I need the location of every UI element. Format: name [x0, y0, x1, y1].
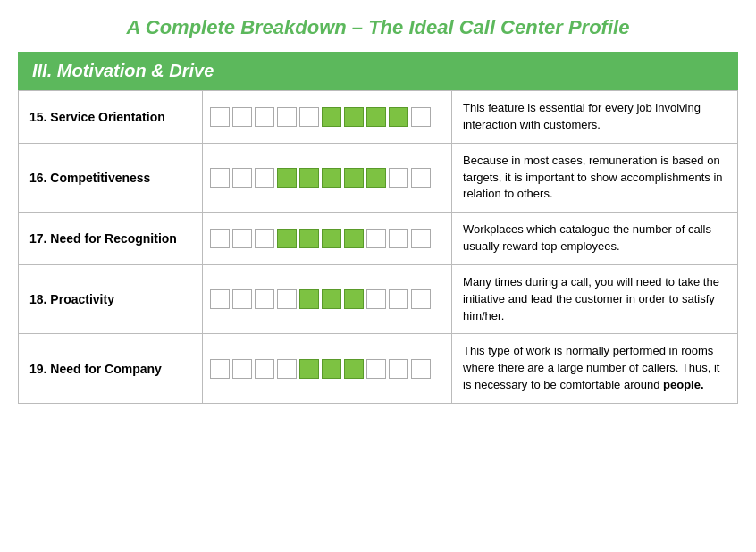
main-table: 15. Service OrientationThis feature is e… — [18, 90, 738, 404]
row-15-bar-box-6 — [344, 107, 364, 127]
row-18-bar-box-7 — [366, 289, 386, 309]
row-17-bar-box-0 — [210, 229, 230, 248]
row-16-bar-box-8 — [389, 168, 408, 188]
row-15-bar — [203, 91, 452, 144]
row-17-bar-box-3 — [277, 229, 297, 248]
row-18-bar-box-6 — [344, 289, 364, 309]
row-16-bar-box-4 — [299, 168, 319, 188]
row-16-bar-box-7 — [366, 168, 386, 188]
row-15-bar-box-2 — [255, 107, 274, 127]
row-18-bar-box-1 — [232, 289, 252, 309]
row-18-bar-box-0 — [210, 289, 230, 309]
section-header: III. Motivation & Drive — [18, 52, 738, 90]
row-19-bar-box-2 — [255, 359, 274, 379]
row-19-bar-box-6 — [344, 359, 364, 379]
row-15-bar-box-5 — [322, 107, 341, 127]
row-18-bar-box-9 — [411, 289, 431, 309]
row-18-bar-box-3 — [277, 289, 297, 309]
row-19: 19. Need for CompanyThis type of work is… — [19, 334, 738, 404]
row-18-desc: Many times during a call, you will need … — [452, 264, 738, 334]
row-19-bar-box-5 — [322, 359, 341, 379]
row-17-bar — [203, 213, 452, 265]
row-16-bar-box-6 — [344, 168, 364, 188]
row-17-bar-box-7 — [366, 229, 386, 248]
row-17-bar-box-6 — [344, 229, 364, 248]
row-17: 17. Need for RecognitionWorkplaces which… — [19, 213, 738, 265]
row-17-bar-box-9 — [411, 229, 431, 248]
row-16-bar-box-5 — [322, 168, 341, 188]
page-title: A Complete Breakdown – The Ideal Call Ce… — [127, 16, 630, 39]
row-17-bar-box-2 — [255, 229, 274, 248]
row-19-desc: This type of work is normally performed … — [452, 334, 738, 404]
row-19-bar — [203, 334, 452, 404]
row-15-bar-box-3 — [277, 107, 297, 127]
row-17-bar-box-4 — [299, 229, 319, 248]
row-18-bar-box-5 — [322, 289, 341, 309]
row-19-bar-box-9 — [411, 359, 431, 379]
row-15-bar-box-4 — [299, 107, 319, 127]
row-15-desc: This feature is essential for every job … — [452, 91, 738, 144]
row-17-desc: Workplaces which catalogue the number of… — [452, 213, 738, 265]
row-17-bar-box-8 — [389, 229, 408, 248]
row-16-bar-box-3 — [277, 168, 297, 188]
row-18: 18. ProactivityMany times during a call,… — [19, 264, 738, 334]
row-16-desc: Because in most cases, remuneration is b… — [452, 143, 738, 213]
row-15: 15. Service OrientationThis feature is e… — [19, 91, 738, 144]
row-19-bar-box-7 — [366, 359, 386, 379]
row-18-bar-box-2 — [255, 289, 274, 309]
row-16-bar-box-2 — [255, 168, 274, 188]
row-15-bar-box-9 — [411, 107, 431, 127]
row-15-label: 15. Service Orientation — [19, 91, 203, 144]
row-15-bar-box-0 — [210, 107, 230, 127]
row-19-bar-box-1 — [232, 359, 252, 379]
row-16-label: 16. Competitiveness — [19, 143, 203, 213]
row-17-bar-box-1 — [232, 229, 252, 248]
row-16-bar-box-0 — [210, 168, 230, 188]
row-18-bar-box-4 — [299, 289, 319, 309]
row-17-label: 17. Need for Recognition — [19, 213, 203, 265]
row-15-bar-box-1 — [232, 107, 252, 127]
row-18-label: 18. Proactivity — [19, 264, 203, 334]
row-17-bar-box-5 — [322, 229, 341, 248]
row-16-bar-box-1 — [232, 168, 252, 188]
row-18-bar-box-8 — [389, 289, 408, 309]
row-19-bar-box-8 — [389, 359, 408, 379]
row-19-bar-box-3 — [277, 359, 297, 379]
row-16-bar-box-9 — [411, 168, 431, 188]
row-18-bar — [203, 264, 452, 334]
row-15-bar-box-8 — [389, 107, 408, 127]
row-19-bar-box-4 — [299, 359, 319, 379]
row-16: 16. CompetitivenessBecause in most cases… — [19, 143, 738, 213]
row-19-label: 19. Need for Company — [19, 334, 203, 404]
row-15-bar-box-7 — [366, 107, 386, 127]
row-19-bar-box-0 — [210, 359, 230, 379]
row-16-bar — [203, 143, 452, 213]
